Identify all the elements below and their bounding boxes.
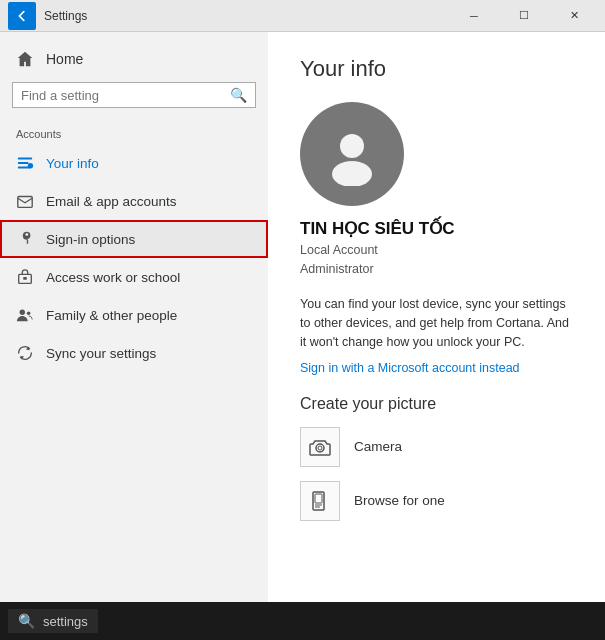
svg-point-3 <box>28 163 33 168</box>
maximize-button[interactable]: ☐ <box>501 0 547 32</box>
sidebar: Home 🔍 Accounts Your info Email & <box>0 32 268 602</box>
browse-option[interactable]: Browse for one <box>300 481 573 521</box>
sidebar-item-email-app-accounts[interactable]: Email & app accounts <box>0 182 268 220</box>
sidebar-item-your-info[interactable]: Your info <box>0 144 268 182</box>
sidebar-item-family-other-people[interactable]: Family & other people <box>0 296 268 334</box>
sidebar-item-access-work-school[interactable]: Access work or school <box>0 258 268 296</box>
svg-rect-7 <box>23 277 27 280</box>
main-content: Home 🔍 Accounts Your info Email & <box>0 32 605 602</box>
ms-account-link[interactable]: Sign in with a Microsoft account instead <box>300 361 573 375</box>
home-label: Home <box>46 51 83 67</box>
taskbar: 🔍 settings <box>0 602 605 640</box>
info-text: You can find your lost device, sync your… <box>300 295 573 353</box>
sign-in-options-label: Sign-in options <box>46 232 135 247</box>
user-type: Local Account <box>300 241 573 260</box>
svg-rect-15 <box>315 494 322 503</box>
svg-point-9 <box>27 311 31 315</box>
sidebar-home-item[interactable]: Home <box>0 40 268 78</box>
svg-rect-1 <box>18 162 29 164</box>
main-panel: Your info TIN HỌC SIÊU TỐC Local Account… <box>268 32 605 602</box>
sidebar-item-sign-in-options[interactable]: Sign-in options <box>0 220 268 258</box>
your-info-label: Your info <box>46 156 99 171</box>
back-button[interactable] <box>8 2 36 30</box>
user-role: Administrator <box>300 260 573 279</box>
browse-icon-box <box>300 481 340 521</box>
camera-option[interactable]: Camera <box>300 427 573 467</box>
accounts-section-label: Accounts <box>0 120 268 144</box>
search-icon: 🔍 <box>230 87 247 103</box>
sync-settings-label: Sync your settings <box>46 346 156 361</box>
svg-point-11 <box>332 161 372 186</box>
access-work-school-label: Access work or school <box>46 270 180 285</box>
taskbar-search[interactable]: 🔍 settings <box>8 609 98 633</box>
close-button[interactable]: ✕ <box>551 0 597 32</box>
camera-label: Camera <box>354 439 402 454</box>
user-name: TIN HỌC SIÊU TỐC <box>300 218 573 239</box>
taskbar-search-text: settings <box>43 614 88 629</box>
email-app-accounts-label: Email & app accounts <box>46 194 177 209</box>
svg-point-8 <box>20 310 25 315</box>
avatar <box>300 102 404 206</box>
family-other-people-label: Family & other people <box>46 308 177 323</box>
browse-label: Browse for one <box>354 493 445 508</box>
svg-point-5 <box>25 233 28 236</box>
window-title: Settings <box>44 9 451 23</box>
taskbar-search-icon: 🔍 <box>18 613 35 629</box>
search-box[interactable]: 🔍 <box>12 82 256 108</box>
svg-rect-0 <box>18 158 32 160</box>
sidebar-item-sync-settings[interactable]: Sync your settings <box>0 334 268 372</box>
camera-icon-box <box>300 427 340 467</box>
search-input[interactable] <box>21 88 230 103</box>
svg-rect-4 <box>18 197 32 208</box>
window-controls: ─ ☐ ✕ <box>451 0 597 32</box>
picture-section-header: Create your picture <box>300 395 573 413</box>
minimize-button[interactable]: ─ <box>451 0 497 32</box>
title-bar: Settings ─ ☐ ✕ <box>0 0 605 32</box>
svg-point-13 <box>318 446 322 450</box>
panel-title: Your info <box>300 56 573 82</box>
svg-point-10 <box>340 134 364 158</box>
svg-point-12 <box>316 444 324 452</box>
